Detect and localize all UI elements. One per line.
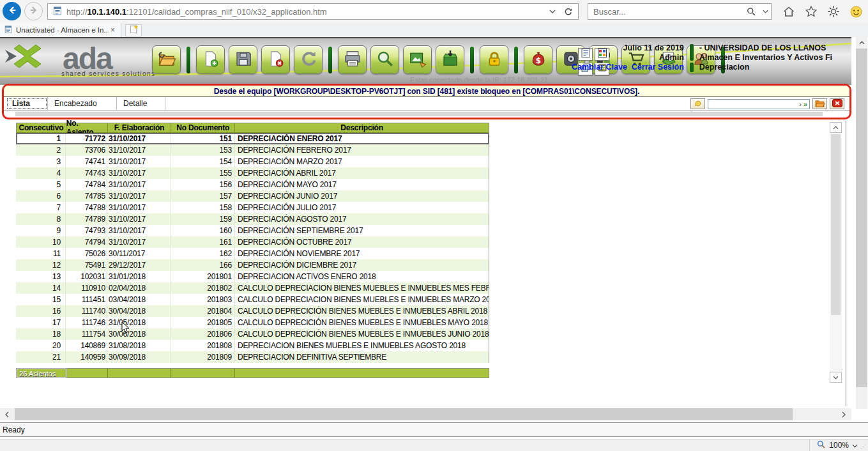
undo-button[interactable] [294, 45, 323, 74]
page-scrollbar-thumb[interactable] [856, 49, 867, 387]
table-row[interactable]: 3 74741 31/10/2017 154 DEPRECIACIÓN MARZ… [16, 156, 489, 167]
scroll-up-icon[interactable] [830, 122, 842, 133]
refresh-icon[interactable] [560, 7, 575, 17]
search-input[interactable] [588, 7, 743, 17]
zoom-level: 100% [829, 441, 849, 450]
table-row[interactable]: 8 74789 31/10/2017 159 DEPRECIACIÓN AGOS… [16, 213, 489, 225]
open-orange-button[interactable] [812, 98, 827, 109]
search-button[interactable] [370, 45, 399, 74]
next-record-icon[interactable]: › [799, 100, 802, 108]
table-row[interactable]: 10 74794 31/10/2017 161 DEPRECIACIÓN OCT… [16, 236, 489, 248]
new-button[interactable] [196, 45, 225, 74]
search-box[interactable] [588, 3, 772, 20]
export-button[interactable] [403, 45, 432, 74]
col-descripcion[interactable]: Descripción [235, 123, 489, 132]
import-button[interactable] [436, 45, 464, 74]
print-icon [343, 49, 362, 71]
module-name: Almacen E Inventarios Y Activos Fi [699, 53, 832, 63]
orange-folder-icon [815, 98, 825, 110]
lock-message: Desde el equipo [WORKGROUP\DESKTOP-PV6OT… [4, 86, 849, 97]
new-tab-button[interactable] [125, 24, 142, 36]
hint-hand-icon [694, 98, 703, 110]
zoom-dropdown-icon[interactable] [852, 441, 858, 450]
new-tab-icon [128, 24, 139, 37]
table-row[interactable]: 12 75491 29/12/2017 166 DEPRECIACIÓN DIC… [16, 259, 489, 271]
tab-encabezado[interactable]: Encabezado [48, 97, 117, 110]
tab-lista[interactable]: Lista [6, 97, 48, 110]
settings-gear-icon[interactable] [825, 3, 842, 20]
hint-button[interactable] [690, 98, 705, 109]
table-row[interactable]: 15 111451 03/04/2018 201803 CALCULO DEPR… [16, 294, 489, 305]
grid-vertical-scrollbar[interactable] [830, 122, 842, 383]
search-dropdown-icon[interactable] [759, 3, 771, 20]
table-row[interactable]: 2 73706 31/10/2017 153 DEPRECIACIÓN FEBR… [16, 144, 489, 156]
grid-footer-row: 26 Asientos [16, 368, 489, 378]
open-button[interactable] [152, 45, 181, 74]
table-row[interactable]: 17 111746 31/05/2018 201805 CALCULO DEPR… [16, 317, 489, 328]
scroll-left-icon[interactable] [0, 408, 14, 420]
status-text: Ready [3, 425, 25, 434]
tab-detalle[interactable]: Detalle [117, 97, 165, 110]
table-row[interactable]: 21 140959 30/09/2018 201809 DEPRECIACION… [16, 351, 489, 363]
feedback-smiley-icon[interactable] [848, 3, 864, 20]
close-tab-icon[interactable]: × [109, 26, 117, 34]
home-icon[interactable] [780, 3, 797, 20]
delete-button[interactable] [261, 45, 290, 74]
table-row[interactable]: 4 74743 31/10/2017 155 DEPRECIACIÓN ABRI… [16, 167, 489, 179]
address-bar[interactable]: http://10.1.140.1:12101/calidad_compras_… [47, 3, 579, 20]
print-button[interactable] [338, 45, 367, 74]
logo-tagline: shared services solutions [61, 70, 155, 77]
scroll-down-icon[interactable] [830, 372, 842, 383]
table-row[interactable]: 9 74793 31/10/2017 160 DEPRECIACIÓN SEPT… [16, 225, 489, 236]
table-row[interactable]: 1 71772 31/10/2017 151 DEPRECIACIÓN ENER… [16, 133, 489, 144]
change-password-link[interactable]: Cambiar Clave [572, 63, 627, 72]
data-grid: Consecutivo No. Asiento F. Elaboración N… [16, 123, 489, 378]
browser-tab[interactable]: Unactivated - Almacen e In... × [0, 23, 121, 37]
table-row[interactable]: 16 111740 30/04/2018 201804 CALCULO DEPR… [16, 305, 489, 317]
org-name: - UNIVERSIDAD DE LOS LLANOS [699, 43, 832, 53]
col-fecha[interactable]: F. Elaboración [108, 123, 172, 132]
table-row[interactable]: 13 102031 31/01/2018 201801 DEPRECIACION… [16, 271, 489, 282]
toolbar-separator [328, 47, 332, 73]
money-button[interactable]: $ [524, 45, 552, 74]
zoom-control[interactable]: 100% [809, 440, 858, 451]
session-user: Admin [572, 53, 684, 63]
table-row[interactable]: 18 111754 30/06/2018 201806 CALCULO DEPR… [16, 328, 489, 340]
scroll-right-icon[interactable] [837, 408, 851, 420]
toolbar-separator [514, 47, 518, 73]
back-button[interactable] [3, 2, 21, 20]
app-status-bar: Ready [0, 422, 868, 437]
lock-icon [485, 49, 504, 71]
page-scrollbar[interactable] [856, 37, 867, 409]
table-row[interactable]: 14 110910 02/04/2018 201802 CALCULO DEPR… [16, 282, 489, 294]
search-icon[interactable] [743, 3, 759, 20]
grid-scrollbar-thumb[interactable] [831, 134, 841, 315]
resize-grip[interactable]: ⋰ [860, 443, 867, 450]
lock-button[interactable] [480, 45, 508, 74]
grid-header-row: Consecutivo No. Asiento F. Elaboración N… [16, 123, 489, 133]
table-row[interactable]: 6 74785 31/10/2017 157 DEPRECIACIÓN JUNI… [16, 190, 489, 202]
col-consecutivo[interactable]: Consecutivo [17, 123, 66, 132]
undo-icon [299, 49, 318, 71]
table-row[interactable]: 5 74784 31/10/2017 156 DEPRECIACIÓN MAYO… [16, 179, 489, 190]
horizontal-scrollbar-thumb[interactable] [15, 408, 793, 420]
svg-text:$: $ [535, 56, 540, 65]
horizontal-scrollbar[interactable] [0, 408, 851, 420]
table-row[interactable]: 7 74788 31/10/2017 158 DEPRECIACIÓN JULI… [16, 202, 489, 213]
close-panel-button[interactable] [830, 98, 844, 109]
save-floppy-icon [234, 49, 253, 71]
forward-button[interactable] [24, 2, 43, 20]
col-documento[interactable]: No Documento [171, 123, 235, 132]
record-search-input[interactable]: › » [708, 99, 810, 109]
col-asiento[interactable]: No. Asiento [66, 123, 108, 132]
record-count: 26 Asientos [17, 369, 66, 378]
page-scroll-up-icon[interactable] [856, 37, 867, 48]
table-row[interactable]: 20 140869 31/08/2018 201808 DEPRECIACION… [16, 340, 489, 351]
table-row[interactable]: 11 75026 30/11/2017 162 DEPRECIACIÓN NOV… [16, 248, 489, 259]
mouse-cursor [121, 321, 130, 336]
favorites-star-icon[interactable] [803, 3, 819, 20]
logout-link[interactable]: Cerrar Sesión [632, 63, 684, 72]
url-dropdown-icon[interactable] [545, 10, 560, 13]
save-button[interactable] [229, 45, 257, 74]
last-record-icon[interactable]: » [803, 100, 807, 108]
